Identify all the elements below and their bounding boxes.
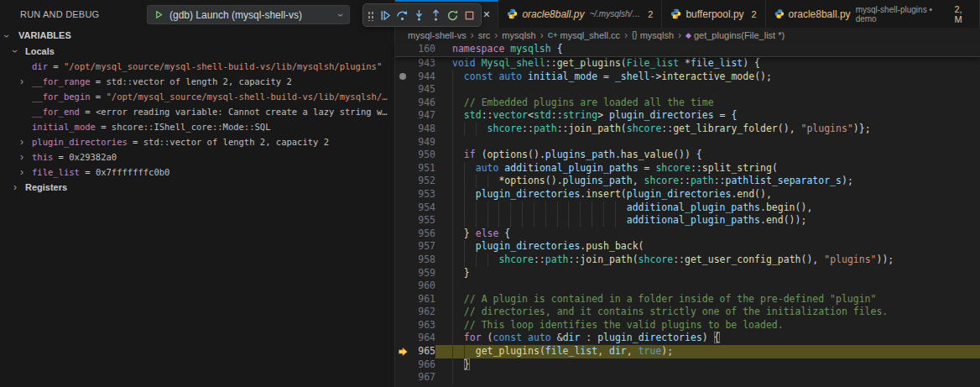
indent-guides (452, 227, 464, 241)
variable-row-__for_end[interactable]: __for_end = <error reading variable: Can… (0, 104, 394, 119)
continue-button[interactable] (378, 7, 393, 24)
chevron-right-icon[interactable]: › (20, 74, 23, 89)
variable-row-file_list[interactable]: ›file_list = 0x7fffffffc0b0 (0, 165, 394, 180)
variable-name: dir (32, 61, 48, 71)
gutter[interactable] (395, 43, 410, 56)
variables-section-header[interactable]: › VARIABLES (0, 28, 394, 44)
chevron-down-icon[interactable]: › (335, 13, 347, 17)
breadcrumb-label: mysql_shell.cc (560, 30, 620, 40)
line-number: 160 (410, 43, 435, 56)
variable-row-dir[interactable]: dir = "/opt/mysql_source/mysql-shell-bui… (0, 59, 394, 74)
gutter[interactable] (395, 83, 410, 97)
code-line-967: 967 (395, 371, 980, 384)
stop-button[interactable] (462, 7, 477, 24)
gutter[interactable] (395, 332, 410, 345)
gutter[interactable] (395, 240, 410, 254)
code-line-960: 960 (395, 280, 980, 293)
start-debug-icon[interactable] (154, 10, 164, 19)
line-content: additional_plugin_paths.begin(), (435, 201, 980, 215)
variable-row-plugin_directories[interactable]: ›plugin_directories = std::vector of len… (0, 134, 394, 149)
variables-tree: ›Localsdir = "/opt/mysql_source/mysql-sh… (0, 44, 394, 195)
drag-handle-icon[interactable] (368, 10, 374, 21)
close-icon[interactable]: ✕ (482, 9, 490, 20)
breakpoint-icon (399, 73, 406, 80)
code-line-958: 958 shcore::path::join_path(shcore::get_… (395, 254, 980, 267)
chevron-right-icon[interactable]: › (20, 134, 23, 149)
code-line-943: 943void Mysql_shell::get_plugins(File_li… (395, 57, 980, 71)
breadcrumb-item-mysqlsh[interactable]: mysqlsh (632, 30, 674, 40)
line-number: 947 (410, 109, 435, 123)
line-content (435, 280, 980, 293)
gutter[interactable] (395, 306, 410, 319)
chevron-down-icon[interactable]: › (1, 34, 13, 38)
tab-bar-tabs: oracle8ball.py~/.mysqlsh/…2 bufferpool.p… (498, 0, 980, 28)
indent-guides (452, 201, 627, 215)
gutter[interactable] (395, 254, 410, 267)
scope-row-locals[interactable]: ›Locals (0, 44, 394, 59)
tab-bufferpool.py-1[interactable]: bufferpool.py2 (662, 0, 765, 28)
scope-row-registers[interactable]: ›Registers (0, 180, 394, 195)
gutter[interactable] (395, 319, 410, 332)
line-number: 946 (410, 97, 435, 110)
tab-label: oracle8ball.py (522, 8, 584, 20)
variable-value: 0x29382a0 (69, 152, 117, 162)
breadcrumb-item-mysql-shell-cc[interactable]: mysql_shell.cc (548, 30, 620, 40)
code-line-961: 961 // A plugin is contained in a folder… (395, 293, 980, 306)
variable-row-__for_range[interactable]: ›__for_range = std::vector of length 2, … (0, 74, 394, 89)
breadcrumb-item-mysql-shell-vs[interactable]: mysql-shell-vs (408, 30, 467, 40)
variable-name: initial_mode (32, 122, 96, 132)
chevron-right-icon[interactable]: › (20, 149, 23, 165)
tab-oracle8ball.py-2[interactable]: oracle8ball.pymysql-shell-plugins • demo… (766, 0, 980, 28)
breadcrumb-item-src[interactable]: src (478, 30, 491, 40)
restart-button[interactable] (446, 7, 460, 24)
gutter[interactable] (395, 267, 410, 280)
gutter[interactable] (395, 123, 410, 136)
breadcrumb-item-get-plugins-File-list-[interactable]: get_plugins(File_list *) (685, 30, 785, 40)
gutter[interactable] (395, 358, 410, 372)
breadcrumb-item-mysqlsh[interactable]: mysqlsh (502, 30, 535, 40)
code-line-948: 948 shcore::path::join_path(shcore::get_… (395, 123, 980, 136)
gutter[interactable] (395, 280, 410, 293)
chevron-right-icon[interactable]: › (13, 180, 17, 195)
gutter[interactable] (395, 136, 410, 149)
gutter[interactable] (395, 162, 410, 175)
launch-config-dropdown[interactable]: (gdb) Launch (mysql-shell-vs) › (147, 5, 350, 24)
line-number: 966 (410, 358, 435, 372)
gutter[interactable] (395, 293, 410, 306)
breadcrumb: mysql-shell-vs›src›mysqlsh›mysql_shell.c… (395, 28, 980, 43)
variable-row-this[interactable]: ›this = 0x29382a0 (0, 149, 394, 165)
step-into-button[interactable] (412, 7, 426, 24)
tab-badge: 2, M (954, 4, 971, 24)
indent-guides (452, 267, 464, 280)
line-content: } (435, 358, 980, 372)
breadcrumb-separator: › (678, 29, 681, 41)
line-number: 952 (410, 175, 435, 188)
breadcrumb-separator: › (624, 29, 628, 41)
variable-row-initial_mode[interactable]: initial_mode = shcore::IShell_core::Mode… (0, 119, 394, 134)
code-line-947: 947 std::vector<std::string> plugin_dire… (395, 109, 980, 123)
gutter[interactable] (395, 109, 410, 123)
breakpoint-gutter[interactable] (395, 71, 410, 84)
gutter[interactable] (395, 214, 410, 227)
step-over-button[interactable] (395, 7, 409, 24)
chevron-down-icon[interactable]: › (8, 50, 23, 53)
gutter[interactable] (395, 175, 410, 188)
gutter[interactable] (395, 201, 410, 215)
gutter[interactable] (395, 149, 410, 162)
gutter[interactable] (395, 371, 410, 384)
gutter[interactable] (395, 57, 410, 71)
step-out-button[interactable] (429, 7, 443, 24)
gutter[interactable] (395, 227, 410, 241)
current-frame-gutter[interactable] (395, 345, 410, 358)
editor-code[interactable]: 160namespace mysqlsh {943void Mysql_shel… (395, 43, 980, 387)
line-number: 944 (410, 71, 435, 84)
gutter[interactable] (395, 188, 410, 201)
line-number: 956 (410, 227, 435, 241)
gutter[interactable] (395, 97, 410, 110)
chevron-right-icon[interactable]: › (20, 165, 23, 180)
indent-guides (452, 319, 464, 332)
equals-sign: = (48, 61, 64, 71)
tab-oracle8ball.py-0[interactable]: oracle8ball.py~/.mysqlsh/…2 (498, 0, 662, 28)
cpp-icon (548, 31, 558, 39)
variable-row-__for_begin[interactable]: __for_begin = "/opt/mysql_source/mysql-s… (0, 89, 394, 104)
